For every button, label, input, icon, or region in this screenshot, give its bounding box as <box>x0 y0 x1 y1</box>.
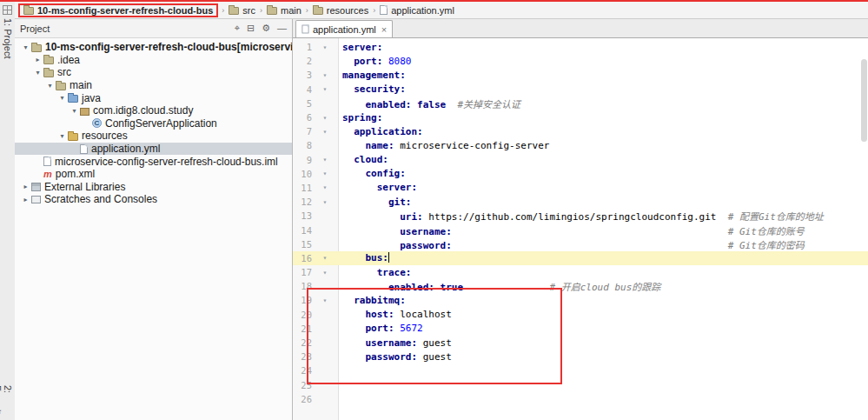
code-line-15[interactable]: 15 password: # Git仓库的密码 <box>293 237 868 251</box>
code-line-6[interactable]: 6▾spring: <box>293 110 868 124</box>
code-line-11[interactable]: 11▾ server: <box>293 181 868 195</box>
code-line-19[interactable]: 19▾ rabbitmq: <box>293 293 868 307</box>
tab-application-yml[interactable]: application.yml × <box>295 20 393 37</box>
tool-button-project[interactable]: 1: Project <box>2 18 13 58</box>
tree-item-ConfigServerApplication[interactable]: CConfigServerApplication <box>15 117 292 130</box>
fold-marker-icon[interactable]: ▾ <box>312 254 338 262</box>
code-line-25[interactable]: 25 <box>293 378 868 392</box>
line-number: 1 <box>293 42 312 52</box>
code-text: name: microservice-config-server <box>338 140 549 151</box>
code-line-12[interactable]: 12▾ git: <box>293 195 868 209</box>
code-line-24[interactable]: 24 <box>293 363 868 377</box>
fold-marker-icon[interactable]: ▾ <box>312 198 338 206</box>
code-line-10[interactable]: 10▾ config: <box>293 167 868 181</box>
chevron-collapsed-icon[interactable]: ▸ <box>20 183 31 190</box>
tree-item-10-ms-config-server-refresh-cloud-bus[interactable]: ▾10-ms-config-server-refresh-cloud-bus [… <box>15 41 292 54</box>
tree-item-label: Scratches and Consoles <box>44 193 157 205</box>
code-text: management: <box>338 70 406 81</box>
code-line-14[interactable]: 14 username: # Git仓库的账号 <box>293 223 868 237</box>
tree-item-com.idig8.cloud.study[interactable]: ▾com.idig8.cloud.study <box>15 104 292 117</box>
tree-item-label: com.idig8.cloud.study <box>93 104 193 117</box>
tree-item-application.yml[interactable]: application.yml <box>15 143 292 156</box>
code-token: server: <box>342 42 382 53</box>
code-line-13[interactable]: 13 uri: https://github.com/limingios/spr… <box>293 209 868 223</box>
close-tab-icon[interactable]: × <box>381 24 387 35</box>
code-token <box>342 252 366 263</box>
code-line-9[interactable]: 9▾ cloud: <box>293 153 868 167</box>
fold-marker-icon[interactable]: ▾ <box>312 128 338 136</box>
fold-marker-icon[interactable]: ▾ <box>312 114 338 122</box>
fold-marker-icon[interactable]: ▾ <box>312 43 338 51</box>
code-line-16[interactable]: 16▾ bus: <box>293 251 868 265</box>
line-number: 21 <box>293 323 312 334</box>
breadcrumb-item-src[interactable]: src <box>226 4 258 17</box>
line-number: 14 <box>293 225 312 236</box>
folder-icon <box>229 7 239 15</box>
code-line-21[interactable]: 21 port: 5672 <box>293 322 868 336</box>
fold-marker-icon[interactable]: ▾ <box>312 156 338 163</box>
breadcrumb-item-10-ms-config-server-refresh-cloud-bus[interactable]: 10-ms-config-server-refresh-cloud-bus <box>18 3 218 17</box>
panel-toolbar: ⌖⊟⚙— <box>235 23 287 34</box>
tree-item-src[interactable]: ▾src <box>15 66 292 79</box>
tree-item-resources[interactable]: ▾resources <box>15 130 292 143</box>
fold-marker-icon[interactable]: ▾ <box>312 170 338 177</box>
tool-window-switcher-icon[interactable] <box>3 5 12 15</box>
file-icon <box>380 5 388 15</box>
tree-item-pom.xml[interactable]: mpom.xml <box>15 168 292 181</box>
hide-panel-icon[interactable]: — <box>277 23 287 34</box>
code-line-26[interactable]: 26 <box>293 392 868 406</box>
code-line-17[interactable]: 17▾ trace: <box>293 265 868 279</box>
code-token <box>342 182 377 193</box>
code-line-18[interactable]: 18 enabled: true # 开启cloud bus的跟踪 <box>293 279 868 293</box>
fold-marker-icon[interactable]: ▾ <box>312 71 338 79</box>
code-line-5[interactable]: 5 enabled: false #关掉安全认证 <box>293 97 868 110</box>
code-text: uri: https://github.com/limingios/spring… <box>338 209 824 223</box>
tree-item-Scratches and Consoles[interactable]: ▸Scratches and Consoles <box>15 193 292 206</box>
tree-item-java[interactable]: ▾java <box>15 91 292 104</box>
settings-gear-icon[interactable]: ⚙ <box>262 23 270 34</box>
fold-marker-icon[interactable]: ▾ <box>312 297 338 304</box>
code-text: username: # Git仓库的账号 <box>338 223 805 237</box>
code-line-7[interactable]: 7▾ application: <box>293 124 868 138</box>
code-lines: 1▾server:2 port: 80803▾management:4▾ sec… <box>293 40 868 406</box>
locate-file-icon[interactable]: ⌖ <box>235 23 240 34</box>
code-line-1[interactable]: 1▾server: <box>293 40 868 54</box>
fold-marker-icon[interactable]: ▾ <box>312 183 338 191</box>
fold-marker-icon[interactable]: ▾ <box>312 85 338 93</box>
code-token: password: <box>400 240 452 251</box>
code-line-3[interactable]: 3▾management: <box>293 68 868 82</box>
chevron-expanded-icon[interactable]: ▾ <box>56 132 68 140</box>
text-caret <box>388 252 389 263</box>
chevron-expanded-icon[interactable]: ▾ <box>32 69 43 77</box>
code-line-8[interactable]: 8 name: microservice-config-server <box>293 138 868 152</box>
fold-marker-icon[interactable]: ▾ <box>312 269 338 277</box>
code-text: trace: <box>338 267 412 278</box>
code-text: application: <box>338 126 423 137</box>
collapse-all-icon[interactable]: ⊟ <box>247 23 255 34</box>
code-token <box>446 99 457 110</box>
breadcrumb-item-application.yml[interactable]: application.yml <box>377 4 457 17</box>
code-editor[interactable]: 1▾server:2 port: 80803▾management:4▾ sec… <box>293 38 868 420</box>
chevron-collapsed-icon[interactable]: ▸ <box>20 196 31 203</box>
tree-item-main[interactable]: ▾main <box>15 79 292 92</box>
tree-item-.idea[interactable]: ▸.idea <box>15 54 292 67</box>
tree-item-microservice-config-server-refresh-cloud-bus.iml[interactable]: microservice-config-server-refresh-cloud… <box>15 155 292 168</box>
chevron-expanded-icon[interactable]: ▾ <box>44 82 56 90</box>
chevron-expanded-icon[interactable]: ▾ <box>69 107 80 115</box>
code-line-20[interactable]: 20 host: localhost <box>293 308 868 322</box>
project-tree: ▾10-ms-config-server-refresh-cloud-bus [… <box>15 38 292 420</box>
chevron-expanded-icon[interactable]: ▾ <box>20 43 31 51</box>
code-line-23[interactable]: 23 password: guest <box>293 350 868 363</box>
tool-button-favorites[interactable]: 2: Favorites <box>2 385 13 420</box>
code-line-2[interactable]: 2 port: 8080 <box>293 54 868 68</box>
code-line-4[interactable]: 4▾ security: <box>293 83 868 97</box>
editor-scrollbar[interactable] <box>861 59 867 142</box>
chevron-expanded-icon[interactable]: ▾ <box>56 94 68 102</box>
code-token: host: <box>366 309 394 320</box>
breadcrumb-item-resources[interactable]: resources <box>310 4 371 17</box>
code-line-22[interactable]: 22 username: guest <box>293 336 868 350</box>
breadcrumb-item-main[interactable]: main <box>264 4 304 17</box>
project-tool-window: Project ⌖⊟⚙— ▾10-ms-config-server-refres… <box>15 19 293 420</box>
tree-item-External Libraries[interactable]: ▸External Libraries <box>15 181 292 194</box>
chevron-collapsed-icon[interactable]: ▸ <box>32 56 43 63</box>
